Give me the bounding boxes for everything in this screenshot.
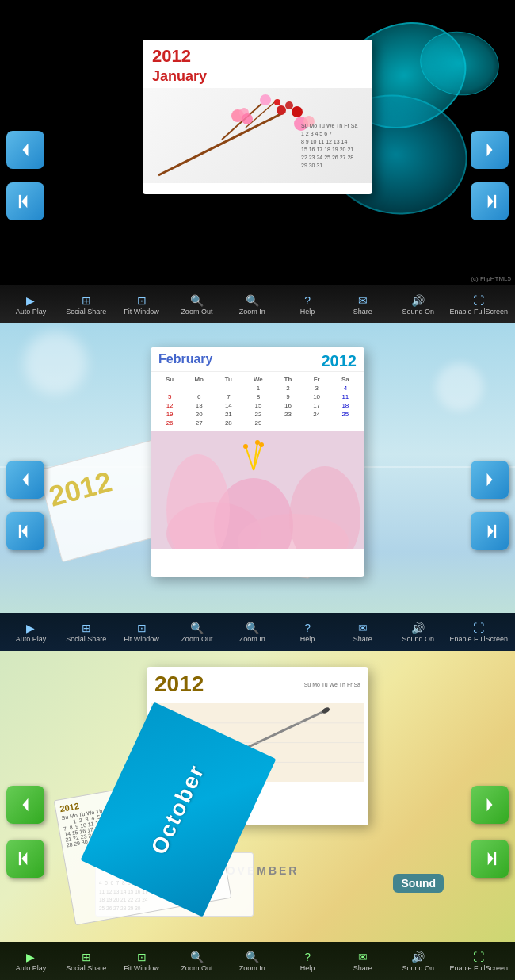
- share-icon-3: ✉: [358, 951, 368, 963]
- calendar-header: 2012 January: [143, 40, 372, 88]
- social-share-icon-1: ⊞: [82, 294, 91, 307]
- auto-play-icon-1: ▶: [26, 294, 35, 307]
- next-button-2[interactable]: [471, 461, 509, 499]
- tool-zoom-in-1[interactable]: 🔍 Zoom In: [228, 293, 276, 317]
- svg-marker-37: [23, 473, 29, 486]
- tool-help-3[interactable]: ? Help: [284, 949, 331, 974]
- last-button-2[interactable]: [471, 512, 509, 550]
- prev-button-1[interactable]: [6, 131, 44, 169]
- next-button-1[interactable]: [471, 131, 509, 169]
- svg-text:Su Mo Tu We Th Fr Sa: Su Mo Tu We Th Fr Sa: [301, 123, 357, 128]
- light-orb-2: [436, 363, 483, 411]
- fullscreen-icon-1: ⛶: [473, 294, 484, 307]
- overlay-year-1: 2012: [45, 465, 115, 514]
- next-button-3[interactable]: [471, 786, 509, 824]
- tool-fullscreen-1[interactable]: ⛶ Enable FullScreen: [450, 293, 509, 317]
- calendar-year: 2012: [152, 46, 363, 67]
- fullscreen-label-1: Enable FullScreen: [450, 308, 509, 316]
- tool-fit-window-1[interactable]: ⊡ Fit Window: [118, 293, 166, 317]
- fullscreen-label-3: Enable FullScreen: [450, 964, 509, 972]
- tool-social-share-2[interactable]: ⊞ Social Share: [63, 620, 110, 645]
- tool-help-1[interactable]: ? Help: [284, 293, 331, 317]
- tool-social-share-3[interactable]: ⊞ Social Share: [63, 949, 110, 974]
- tool-fullscreen-3[interactable]: ⛶ Enable FullScreen: [450, 949, 509, 974]
- zoom-out-label-1: Zoom Out: [181, 308, 212, 316]
- watermark-1: (c) FlipHTML5: [471, 275, 511, 282]
- tool-zoom-out-2[interactable]: 🔍 Zoom Out: [173, 620, 220, 645]
- calendar-january: 2012 January: [143, 40, 372, 194]
- tool-auto-play-2[interactable]: ▶ Auto Play: [7, 620, 55, 645]
- tool-social-share-1[interactable]: ⊞ Social Share: [63, 293, 110, 317]
- zoom-out-icon-2: 🔍: [190, 622, 204, 634]
- toolbar-2: ▶ Auto Play ⊞ Social Share ⊡ Fit Window …: [0, 613, 515, 651]
- share-icon-2: ✉: [358, 622, 368, 634]
- prev-button-3[interactable]: [6, 786, 44, 824]
- tool-auto-play-1[interactable]: ▶ Auto Play: [7, 293, 55, 317]
- fullscreen-label-2: Enable FullScreen: [450, 635, 509, 643]
- svg-point-4: [285, 101, 293, 109]
- zoom-in-icon-3: 🔍: [246, 951, 259, 963]
- share-label-1: Share: [353, 308, 372, 316]
- calendar-table-2: SuMoTuWeThFrSa 1234 567891011 1213141516…: [155, 375, 360, 427]
- zoom-in-label-1: Zoom In: [239, 308, 265, 316]
- tool-sound-2[interactable]: 🔊 Sound On: [395, 620, 442, 645]
- tool-sound-1[interactable]: 🔊 Sound On: [395, 293, 442, 317]
- last-button-1[interactable]: [471, 182, 509, 220]
- calendar-year-2: 2012: [322, 352, 357, 370]
- tool-auto-play-3[interactable]: ▶ Auto Play: [7, 949, 55, 974]
- fit-window-label-1: Fit Window: [124, 308, 159, 316]
- tool-zoom-out-1[interactable]: 🔍 Zoom Out: [173, 293, 220, 317]
- first-button-1[interactable]: [6, 182, 44, 220]
- svg-point-3: [277, 105, 286, 115]
- tool-zoom-in-3[interactable]: 🔍 Zoom In: [228, 949, 276, 974]
- auto-play-icon-2: ▶: [26, 622, 35, 634]
- tool-share-3[interactable]: ✉ Share: [339, 949, 387, 974]
- social-share-icon-2: ⊞: [82, 622, 91, 634]
- tool-fit-window-3[interactable]: ⊡ Fit Window: [118, 949, 166, 974]
- share-icon-1: ✉: [358, 294, 368, 307]
- calendar-flower-image: [151, 431, 364, 549]
- tool-fullscreen-2[interactable]: ⛶ Enable FullScreen: [450, 620, 509, 645]
- svg-point-12: [260, 94, 271, 105]
- tool-help-2[interactable]: ? Help: [284, 620, 331, 645]
- help-label-2: Help: [300, 635, 315, 643]
- first-button-3[interactable]: [6, 840, 44, 878]
- tool-zoom-in-2[interactable]: 🔍 Zoom In: [228, 620, 276, 645]
- sound-icon-1: 🔊: [411, 294, 425, 307]
- social-share-label-3: Social Share: [66, 964, 106, 972]
- tool-share-2[interactable]: ✉ Share: [339, 620, 387, 645]
- panel-1: 2012 January: [0, 0, 515, 323]
- svg-point-35: [259, 442, 264, 447]
- sound-label-1: Sound On: [402, 308, 434, 316]
- fit-window-icon-1: ⊡: [137, 294, 147, 307]
- last-button-3[interactable]: [471, 840, 509, 878]
- svg-marker-50: [487, 798, 493, 811]
- svg-text:15 16 17 18 19 20 21: 15 16 17 18 19 20 21: [301, 147, 353, 152]
- auto-play-label-1: Auto Play: [16, 308, 47, 316]
- fullscreen-icon-3: ⛶: [473, 951, 484, 963]
- toolbar-1: ▶ Auto Play ⊞ Social Share ⊡ Fit Window …: [0, 285, 515, 323]
- help-icon-2: ?: [304, 622, 311, 634]
- flower-svg: [151, 431, 364, 549]
- svg-marker-53: [488, 852, 494, 865]
- first-button-2[interactable]: [6, 512, 44, 550]
- full-wrapper: 2012 January: [0, 0, 515, 980]
- tool-sound-3[interactable]: 🔊 Sound On: [395, 949, 442, 974]
- social-share-icon-3: ⊞: [82, 951, 91, 963]
- help-icon-3: ?: [304, 951, 311, 963]
- prev-button-2[interactable]: [6, 461, 44, 499]
- zoom-out-label-3: Zoom Out: [181, 964, 212, 972]
- calendar-header-2: February 2012: [151, 347, 364, 372]
- tool-fit-window-2[interactable]: ⊡ Fit Window: [118, 620, 166, 645]
- tool-zoom-out-3[interactable]: 🔍 Zoom Out: [173, 949, 220, 974]
- panel-2: February 2012 SuMoTuWeThFrSa 1234 567891…: [0, 323, 515, 651]
- svg-line-0: [158, 112, 285, 175]
- auto-play-label-3: Auto Play: [16, 964, 47, 972]
- tool-share-1[interactable]: ✉ Share: [339, 293, 387, 317]
- calendar-image-svg: Su Mo Tu We Th Fr Sa 1 2 3 4 5 6 7 8 9 1…: [143, 88, 372, 183]
- svg-point-5: [292, 106, 303, 117]
- calendar-month: January: [152, 68, 363, 85]
- help-icon-1: ?: [304, 294, 311, 307]
- fit-window-icon-2: ⊡: [137, 622, 147, 634]
- calendar-body-2: SuMoTuWeThFrSa 1234 567891011 1213141516…: [151, 372, 364, 431]
